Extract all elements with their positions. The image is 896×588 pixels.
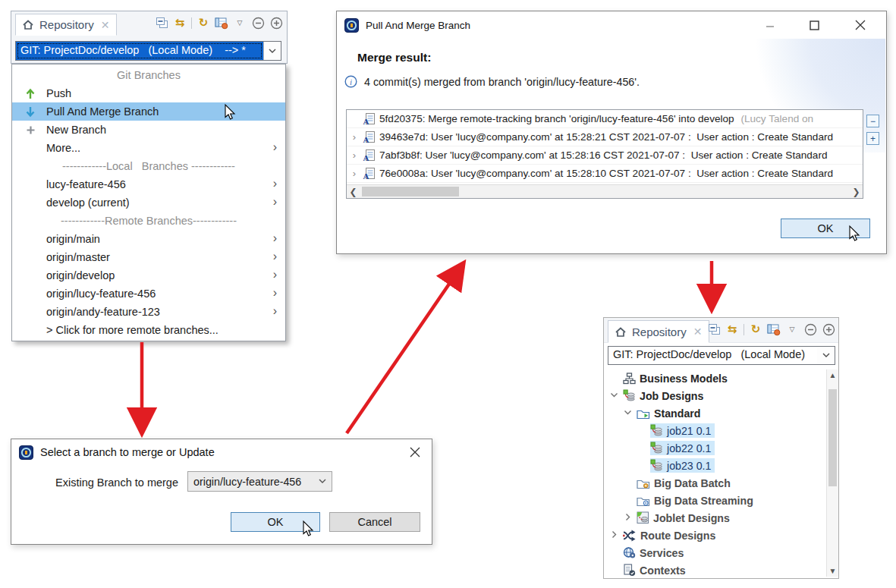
- minimize-view-icon[interactable]: [251, 16, 265, 30]
- close-window-icon[interactable]: [854, 19, 866, 31]
- commit-row[interactable]: ›A76e0008a: User 'lucy@company.com' at 1…: [347, 165, 863, 183]
- view-menu-icon[interactable]: ▽: [233, 16, 247, 30]
- view-menu-icon[interactable]: ▽: [785, 322, 799, 336]
- menu-item-label: Push: [46, 87, 71, 99]
- job-icon: [650, 424, 663, 437]
- refresh-icon[interactable]: ↻: [749, 322, 762, 336]
- menu-item[interactable]: lucy-feature-456›: [12, 175, 285, 193]
- project-branch-combobox[interactable]: GIT: ProjectDoc/develop (Local Mode) -->…: [15, 41, 281, 61]
- expand-chevron-icon[interactable]: [623, 512, 633, 522]
- toolbar-separator: [744, 324, 744, 335]
- tree-item-content: job21 0.1: [650, 423, 715, 438]
- switch-branch-icon[interactable]: ⇆: [173, 16, 187, 30]
- tree-item[interactable]: job22 0.1: [605, 439, 825, 457]
- menu-item[interactable]: origin/develop›: [12, 266, 285, 285]
- collapse-chevron-icon[interactable]: [623, 407, 633, 417]
- commit-row[interactable]: A5fd20375: Merge remote-tracking branch …: [347, 110, 863, 128]
- expand-all-button[interactable]: +: [866, 132, 879, 145]
- menu-item[interactable]: Pull And Merge Branch: [12, 102, 285, 121]
- commit-author-text: (Lucy Talend on: [740, 113, 813, 124]
- repository-view-header: Repository ✕ ⇆↻▽: [604, 318, 838, 343]
- vertical-scrollbar[interactable]: ▲ ▼: [826, 369, 838, 577]
- minimize-view-icon[interactable]: [803, 322, 817, 336]
- maximize-view-icon[interactable]: [822, 322, 835, 336]
- collapse-all-icon[interactable]: [707, 322, 721, 336]
- expand-chevron-icon[interactable]: ›: [350, 131, 359, 143]
- scroll-right-icon[interactable]: ❯: [850, 185, 863, 198]
- tree-item[interactable]: Route Designs: [605, 527, 825, 544]
- collapse-all-icon[interactable]: [155, 16, 168, 30]
- cancel-button[interactable]: Cancel: [329, 512, 420, 532]
- tree-item-label: Business Models: [640, 373, 728, 385]
- repository-view-bottom-right: Repository ✕ ⇆↻▽ GIT: ProjectDoc/develop…: [603, 317, 839, 579]
- scroll-down-icon[interactable]: ▼: [827, 565, 838, 577]
- commit-row[interactable]: ›A7abf3b8f: User 'lucy@company.com' at 1…: [347, 146, 863, 165]
- commit-doc-icon: A: [363, 149, 376, 162]
- tree-item[interactable]: job21 0.1: [605, 422, 825, 439]
- project-settings-icon[interactable]: [767, 322, 781, 336]
- refresh-icon[interactable]: ↻: [196, 16, 210, 30]
- project-settings-icon[interactable]: [215, 16, 228, 30]
- tree-item[interactable]: Big Data Batch: [605, 474, 825, 492]
- dialog-titlebar[interactable]: Pull And Merge Branch: [337, 11, 886, 39]
- menu-item[interactable]: > Click for more remote branches...: [12, 321, 285, 339]
- svg-text:A: A: [363, 153, 369, 162]
- menu-item-label: origin/master: [46, 251, 110, 263]
- scrollbar-thumb[interactable]: [828, 389, 837, 486]
- project-branch-combobox[interactable]: GIT: ProjectDoc/develop (Local Mode): [608, 346, 835, 365]
- folder-gear-icon: [637, 477, 650, 489]
- minimize-window-icon[interactable]: [764, 19, 776, 31]
- commit-row[interactable]: ›A39463e7d: User 'lucy@company.com' at 1…: [347, 128, 863, 146]
- tree-item[interactable]: Big Data Streaming: [605, 492, 825, 509]
- tree-item[interactable]: Joblet Designs: [605, 509, 825, 527]
- menu-item[interactable]: Push: [12, 84, 285, 102]
- tab-close-icon[interactable]: ✕: [101, 20, 110, 30]
- dialog-titlebar[interactable]: Select a branch to merge or Update: [11, 439, 432, 465]
- maximize-view-icon[interactable]: [269, 16, 283, 30]
- toolbar-separator: [191, 17, 192, 29]
- existing-branch-combobox[interactable]: origin/lucy-feature-456: [187, 471, 332, 492]
- existing-branch-label: Existing Branch to merge: [55, 476, 178, 489]
- job-icon: [650, 459, 663, 472]
- scroll-left-icon[interactable]: ❮: [347, 185, 360, 198]
- menu-item[interactable]: origin/andy-feature-123›: [12, 303, 285, 321]
- menu-item[interactable]: More...›: [12, 139, 285, 157]
- tree-item-content: Big Data Batch: [637, 476, 734, 490]
- pull-arrow-down-icon: [22, 106, 39, 118]
- chevron-down-icon[interactable]: [263, 42, 281, 60]
- ok-button[interactable]: OK: [781, 219, 870, 238]
- tab-close-icon[interactable]: ✕: [693, 326, 703, 337]
- view-toolbar: ⇆↻▽: [707, 322, 835, 336]
- job-icon: [650, 442, 663, 454]
- tree-item[interactable]: Job Designs: [605, 387, 825, 404]
- menu-item-label: origin/lucy-feature-456: [46, 288, 156, 300]
- scrollbar-track[interactable]: [360, 185, 850, 198]
- ok-button[interactable]: OK: [231, 512, 320, 532]
- menu-item[interactable]: origin/lucy-feature-456›: [12, 285, 285, 303]
- horizontal-scrollbar[interactable]: ❮ ❯: [347, 184, 863, 198]
- tree-item-label: Contexts: [640, 564, 686, 577]
- menu-item[interactable]: origin/master›: [12, 248, 285, 266]
- collapse-all-button[interactable]: −: [866, 115, 879, 127]
- tree-item[interactable]: job23 0.1: [605, 457, 825, 474]
- tree-item[interactable]: Business Models: [605, 369, 825, 387]
- scrollbar-thumb[interactable]: [362, 187, 459, 197]
- expand-chevron-icon[interactable]: [609, 530, 619, 539]
- tab-repository[interactable]: Repository ✕: [15, 14, 117, 36]
- expand-chevron-icon[interactable]: ›: [350, 149, 359, 161]
- menu-item[interactable]: develop (current)›: [12, 193, 285, 212]
- business-models-icon: [623, 373, 636, 385]
- chevron-down-icon[interactable]: [817, 347, 835, 364]
- tree-item[interactable]: Contexts: [605, 561, 825, 577]
- tab-repository[interactable]: Repository ✕: [608, 320, 709, 343]
- menu-item[interactable]: New Branch: [12, 121, 285, 139]
- maximize-window-icon[interactable]: [808, 19, 820, 31]
- tree-item[interactable]: Standard: [605, 404, 825, 422]
- tree-item[interactable]: Services: [605, 544, 825, 561]
- switch-branch-icon[interactable]: ⇆: [725, 322, 739, 336]
- collapse-chevron-icon[interactable]: [609, 390, 619, 400]
- close-window-icon[interactable]: [409, 446, 421, 458]
- scroll-up-icon[interactable]: ▲: [827, 369, 838, 381]
- menu-item[interactable]: origin/main›: [12, 230, 285, 248]
- expand-chevron-icon[interactable]: ›: [350, 168, 359, 179]
